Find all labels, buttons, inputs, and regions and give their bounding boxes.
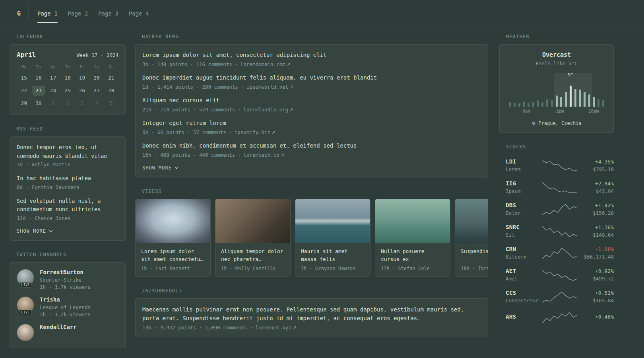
calendar-day[interactable]: 21 <box>105 73 117 83</box>
calendar-day[interactable]: 27 <box>91 86 103 95</box>
news-item-title[interactable]: Aliquam nec cursus elit <box>142 96 481 105</box>
calendar-day[interactable]: 20 <box>91 73 103 83</box>
video-card[interactable]: Mauris sit amet massa felis 7h · Grayson… <box>295 199 370 277</box>
dow-label: Tu <box>31 65 46 69</box>
video-thumbnail[interactable] <box>295 199 370 243</box>
news-source-domain: ipsumify.biz <box>235 129 270 135</box>
calendar-day[interactable]: 5 <box>105 99 117 108</box>
news-source-link[interactable]: loremlandia.org <box>243 107 293 113</box>
weather-widget: WEATHER Overcast Feels like 5°C 9° 6am 2… <box>499 34 614 133</box>
calendar-day[interactable]: 1 <box>47 99 59 108</box>
weather-bar <box>537 100 539 107</box>
stock-identity: LDI Lorem <box>506 158 542 172</box>
twitch-channel[interactable]: LIVE Trisha League of Legends 3h · 1.2k … <box>17 296 118 317</box>
rss-item-title[interactable]: Sed volutpat nulla nisl, a condimentum n… <box>17 197 118 214</box>
rss-item: Donec tempor eros leo, ut commodo mauris… <box>17 143 118 167</box>
weather-bar <box>546 99 548 107</box>
stock-row[interactable]: SNRC Sit +1.36% $148.64 <box>499 220 614 242</box>
video-thumbnail[interactable] <box>375 199 450 243</box>
calendar-day-selected[interactable]: 23 <box>33 86 45 95</box>
channel-game: Counter-Strike <box>40 277 91 283</box>
rss-item-title[interactable]: Donec tempor eros leo, ut commodo mauris… <box>17 143 118 160</box>
weather-location[interactable]: Prague, Czechia <box>506 121 607 126</box>
weather-hourly-chart: 9° <box>507 73 606 107</box>
calendar-day[interactable]: 28 <box>105 86 117 95</box>
weather-bar <box>518 103 520 107</box>
stock-row[interactable]: IIG Ipsum +2.84% $42.04 <box>499 176 614 198</box>
hackernews-show-more-button[interactable]: SHOW MORE <box>142 165 178 171</box>
stock-values: +0.51% $165.84 <box>577 290 614 304</box>
stock-row[interactable]: CRN Bitcorn -1.00% $66,171.48 <box>499 242 614 264</box>
calendar-day[interactable]: 2 <box>62 99 74 108</box>
weather-bar <box>523 101 525 107</box>
news-item-title[interactable]: Lorem ipsum dolor sit amet, consectetur … <box>142 51 481 59</box>
calendar-day[interactable]: 15 <box>18 73 30 83</box>
live-badge: LIVE <box>19 310 31 315</box>
stock-ticker: CCS <box>506 290 542 296</box>
twitch-channel[interactable]: KendallCarr <box>17 324 118 341</box>
news-item-title[interactable]: Donec imperdiet augue tincidunt felis al… <box>142 74 481 82</box>
video-title: Lorem ipsum dolor sit amet consectetu… <box>141 247 205 263</box>
stock-row[interactable]: CCS Consectetur +0.51% $165.84 <box>499 286 614 307</box>
stock-ticker: CRN <box>506 246 542 252</box>
calendar-day[interactable]: 24 <box>47 86 59 95</box>
twitch-channel[interactable]: LIVE ForrestBurton Counter-Strike 1h · 1… <box>17 269 118 290</box>
video-thumbnail[interactable] <box>215 199 290 243</box>
tab-page-2[interactable]: Page 2 <box>68 0 88 27</box>
subreddit-widget: /R/SUBREDDIT Maecenas mollis pulvinar er… <box>135 288 488 337</box>
news-source-link[interactable]: loremtech.co <box>243 152 284 158</box>
right-column: WEATHER Overcast Feels like 5°C 9° 6am 2… <box>499 34 614 327</box>
news-item-title[interactable]: Integer eget rutrum lorem <box>142 119 481 127</box>
calendar-day[interactable]: 26 <box>76 86 88 95</box>
news-source-link[interactable]: ipsumworld.net <box>246 84 293 90</box>
video-card[interactable]: Suspendisse diam 18h · Tara <box>455 199 488 277</box>
section-header-twitch: TWITCH CHANNELS <box>16 252 126 257</box>
news-item-title[interactable]: Donec enim nibh, condimentum et accumsan… <box>142 142 481 150</box>
subreddit-post-title[interactable]: Maecenas mollis pulvinar erat non posuer… <box>142 305 481 323</box>
news-source-link[interactable]: loremdomain.com <box>241 61 290 67</box>
time-tick: 10pm <box>588 109 599 114</box>
news-source-domain: loremlandia.org <box>243 107 288 113</box>
stock-ticker: LDI <box>506 158 542 165</box>
tab-page-4[interactable]: Page 4 <box>129 0 149 27</box>
section-header-hackernews: HACKER NEWS <box>142 34 488 39</box>
video-card[interactable]: Nullam posuere cursus ex 17h · Stefan Co… <box>375 199 450 277</box>
stock-row[interactable]: LDI Lorem +4.35% $795.18 <box>499 154 614 176</box>
stock-identity: SNRC Sit <box>506 224 542 238</box>
stock-identity: CCS Consectetur <box>506 290 542 304</box>
calendar-day[interactable]: 17 <box>47 73 59 83</box>
videos-row: Lorem ipsum dolor sit amet consectetu… 1… <box>135 199 488 277</box>
calendar-day[interactable]: 19 <box>76 73 88 83</box>
rss-item-title[interactable]: In hac habitasse platea <box>17 174 118 183</box>
dashboard-columns: CALENDAR April Week 17 · 2024 Mo Tu We T… <box>0 27 644 348</box>
stock-price: $148.64 <box>577 232 614 238</box>
section-header-weather: WEATHER <box>506 34 614 39</box>
stock-row[interactable]: DBS Dolor +1.42% $156.28 <box>499 198 614 220</box>
stock-values: +1.42% $156.28 <box>577 202 614 216</box>
app-logo[interactable]: G <box>10 0 28 27</box>
stock-row[interactable]: AET Amet +0.92% $499.72 <box>499 264 614 286</box>
channel-info: KendallCarr <box>40 324 77 341</box>
news-item-meta: 6h · 60 points · 57 comments · ipsumify.… <box>142 129 481 135</box>
tab-page-1[interactable]: Page 1 <box>37 0 58 27</box>
video-card[interactable]: Lorem ipsum dolor sit amet consectetu… 1… <box>135 199 211 277</box>
stock-row[interactable]: AHS +0.46% <box>499 307 614 327</box>
calendar-day[interactable]: 16 <box>33 73 45 83</box>
hackernews-card: Lorem ipsum dolor sit amet, consectetur … <box>135 44 488 177</box>
news-source-link[interactable]: ipsumify.biz <box>235 129 275 135</box>
calendar-day[interactable]: 30 <box>33 99 45 108</box>
calendar-day[interactable]: 25 <box>62 86 74 95</box>
video-thumbnail[interactable] <box>455 199 488 243</box>
calendar-day[interactable]: 3 <box>76 99 88 108</box>
calendar-day[interactable]: 29 <box>18 99 30 108</box>
subreddit-source-link[interactable]: loremnet.xyz <box>255 325 296 331</box>
video-thumbnail[interactable] <box>136 199 210 243</box>
video-card[interactable]: Aliquam tempor dolor nec pharetra… 1h · … <box>215 199 291 277</box>
tab-page-3[interactable]: Page 3 <box>98 0 118 27</box>
stock-price: $156.28 <box>577 210 614 216</box>
rss-show-more-button[interactable]: SHOW MORE <box>17 228 53 234</box>
weather-bar <box>532 102 534 107</box>
calendar-day[interactable]: 18 <box>62 73 74 83</box>
calendar-day[interactable]: 4 <box>91 99 103 108</box>
calendar-day[interactable]: 22 <box>18 86 30 95</box>
